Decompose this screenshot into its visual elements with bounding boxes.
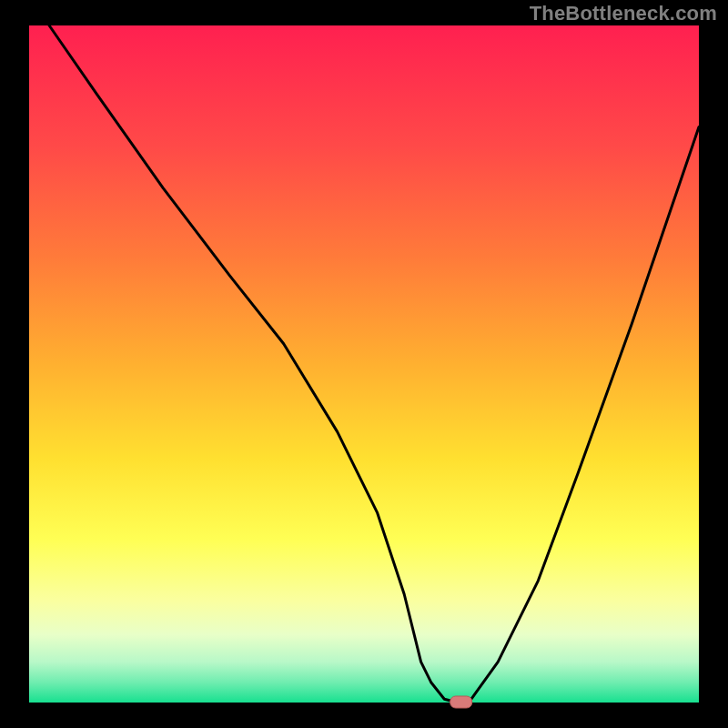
watermark-label: TheBottleneck.com — [530, 2, 717, 25]
optimal-marker — [450, 696, 472, 708]
bottleneck-chart — [0, 0, 728, 728]
plot-area — [29, 25, 699, 703]
chart-frame: TheBottleneck.com — [0, 0, 728, 728]
